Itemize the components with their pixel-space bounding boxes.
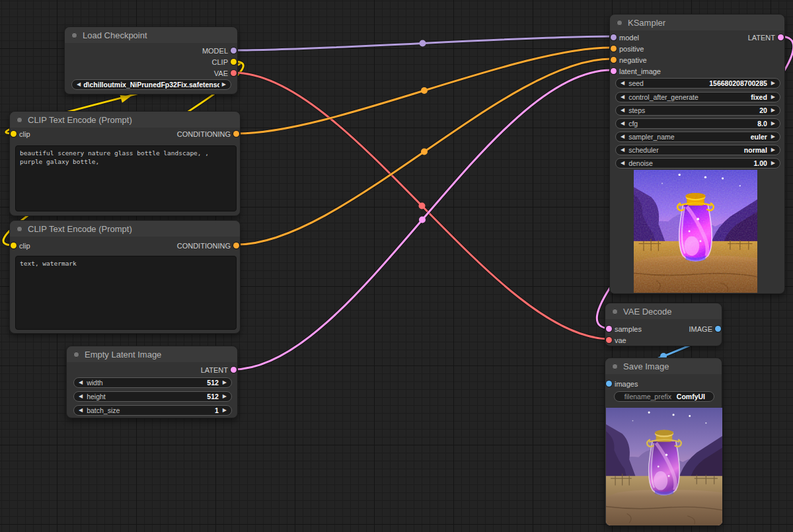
wire-midpoint-dot[interactable] xyxy=(421,149,428,155)
stepper-left-icon[interactable]: ◀ xyxy=(621,95,624,100)
stepper-left-icon[interactable]: ◀ xyxy=(621,134,624,139)
slot-dot-clip[interactable] xyxy=(11,131,17,137)
stepper-left-icon[interactable]: ◀ xyxy=(79,408,83,413)
filename-prefix-field[interactable]: filename_prefix ComfyUI xyxy=(614,391,714,402)
widget-label: cfg xyxy=(628,120,753,128)
collapse-dot-icon[interactable] xyxy=(617,20,623,26)
seed-stepper[interactable]: ◀ seed 156680208700285 ▶ xyxy=(615,78,780,89)
stepper-left-icon[interactable]: ◀ xyxy=(77,82,81,87)
stepper-right-icon[interactable]: ▶ xyxy=(771,95,775,100)
output-slot-model[interactable]: MODEL xyxy=(202,46,237,56)
output-slot-conditioning[interactable]: CONDITIONING xyxy=(177,241,240,250)
node-load-checkpoint[interactable]: Load Checkpoint MODEL CLIP VAE ◀ d\chill… xyxy=(64,26,238,95)
slot-dot-model[interactable] xyxy=(231,48,237,54)
node-titlebar[interactable]: Load Checkpoint xyxy=(65,27,237,43)
output-slot-conditioning[interactable]: CONDITIONING xyxy=(177,130,240,139)
widget-label: width xyxy=(87,379,203,387)
slot-dot-conditioning[interactable] xyxy=(611,57,617,63)
node-vae-decode[interactable]: VAE Decode samples vae IMAGE xyxy=(605,303,722,346)
slot-dot-image[interactable] xyxy=(715,326,721,332)
stepper-right-icon[interactable]: ▶ xyxy=(223,408,227,413)
slot-dot-latent[interactable] xyxy=(778,34,784,40)
input-slot-negative[interactable]: negative xyxy=(610,56,647,65)
output-slot-vae[interactable]: VAE xyxy=(214,69,237,78)
stepper-right-icon[interactable]: ▶ xyxy=(223,380,227,385)
output-slot-clip[interactable]: CLIP xyxy=(212,57,237,67)
stepper-left-icon[interactable]: ◀ xyxy=(621,121,624,126)
ckpt-name-combo[interactable]: ◀ d\chilloutmix_NiPrunedFp32Fix.safetens… xyxy=(71,79,231,90)
slot-label: negative xyxy=(619,56,647,64)
node-titlebar[interactable]: VAE Decode xyxy=(605,303,722,319)
output-slot-image[interactable]: IMAGE xyxy=(689,324,722,334)
node-titlebar[interactable]: Empty Latent Image xyxy=(67,346,237,362)
input-slot-model[interactable]: model xyxy=(610,33,639,42)
stepper-right-icon[interactable]: ▶ xyxy=(771,121,775,126)
input-slot-latent-image[interactable]: latent_image xyxy=(610,67,661,76)
slot-dot-conditioning[interactable] xyxy=(233,131,239,137)
output-slot-latent[interactable]: LATENT xyxy=(748,33,784,42)
input-slot-clip[interactable]: clip xyxy=(10,241,30,250)
input-slot-clip[interactable]: clip xyxy=(10,130,30,139)
batch-size-stepper[interactable]: ◀ batch_size 1 ▶ xyxy=(73,405,232,416)
slot-dot-vae[interactable] xyxy=(606,337,612,343)
input-slot-positive[interactable]: positive xyxy=(610,44,644,54)
slot-dot-clip[interactable] xyxy=(11,243,17,248)
cfg-stepper[interactable]: ◀ cfg 8.0 ▶ xyxy=(615,118,780,129)
node-titlebar[interactable]: KSampler xyxy=(610,15,784,30)
wire-midpoint-dot[interactable] xyxy=(421,87,428,94)
node-save-image[interactable]: Save Image images filename_prefix ComfyU… xyxy=(605,358,722,526)
input-slot-vae[interactable]: vae xyxy=(605,336,626,345)
stepper-right-icon[interactable]: ▶ xyxy=(771,134,775,139)
node-clip-text-encode-negative[interactable]: CLIP Text Encode (Prompt) clip CONDITION… xyxy=(9,220,241,334)
slot-dot-latent[interactable] xyxy=(611,68,617,74)
slot-dot-conditioning[interactable] xyxy=(233,243,239,248)
steps-stepper[interactable]: ◀ steps 20 ▶ xyxy=(615,105,780,116)
stepper-left-icon[interactable]: ◀ xyxy=(621,108,624,113)
slot-dot-model[interactable] xyxy=(611,34,617,40)
slot-dot-latent[interactable] xyxy=(231,367,237,373)
slot-dot-image[interactable] xyxy=(606,381,612,387)
slot-dot-clip[interactable] xyxy=(231,59,237,65)
collapse-dot-icon[interactable] xyxy=(612,363,618,369)
collapse-dot-icon[interactable] xyxy=(17,226,22,232)
comfyui-canvas[interactable]: { "colors":{ "MODEL":"#B39DDB","CLIP":"#… xyxy=(0,0,793,532)
stepper-right-icon[interactable]: ▶ xyxy=(771,147,775,153)
stepper-right-icon[interactable]: ▶ xyxy=(771,81,775,86)
sampler-name-combo[interactable]: ◀ sampler_name euler ▶ xyxy=(615,132,780,142)
wire-midpoint-dot[interactable] xyxy=(419,216,426,223)
width-stepper[interactable]: ◀ width 512 ▶ xyxy=(73,377,232,388)
height-stepper[interactable]: ◀ height 512 ▶ xyxy=(73,391,232,402)
node-titlebar[interactable]: Save Image xyxy=(605,358,722,374)
wire-midpoint-dot[interactable] xyxy=(420,40,426,47)
stepper-right-icon[interactable]: ▶ xyxy=(222,82,226,87)
stepper-left-icon[interactable]: ◀ xyxy=(79,394,83,399)
stepper-right-icon[interactable]: ▶ xyxy=(771,161,775,166)
input-slot-images[interactable]: images xyxy=(605,379,638,389)
slot-dot-conditioning[interactable] xyxy=(611,46,617,52)
collapse-dot-icon[interactable] xyxy=(17,117,22,123)
prompt-textarea[interactable]: beautiful scenery nature glass bottle la… xyxy=(15,145,237,211)
stepper-left-icon[interactable]: ◀ xyxy=(621,81,624,86)
denoise-stepper[interactable]: ◀ denoise 1.00 ▶ xyxy=(615,158,780,169)
slot-dot-vae[interactable] xyxy=(231,70,237,76)
stepper-left-icon[interactable]: ◀ xyxy=(79,380,83,385)
stepper-right-icon[interactable]: ▶ xyxy=(223,394,227,399)
output-slot-latent[interactable]: LATENT xyxy=(201,365,237,375)
collapse-dot-icon[interactable] xyxy=(73,352,79,358)
prompt-textarea[interactable]: text, watermark xyxy=(15,256,237,330)
stepper-left-icon[interactable]: ◀ xyxy=(621,147,624,153)
input-slot-samples[interactable]: samples xyxy=(605,324,642,334)
node-ksampler[interactable]: KSampler model positive negative latent_… xyxy=(609,14,785,294)
stepper-right-icon[interactable]: ▶ xyxy=(771,108,775,113)
node-clip-text-encode-positive[interactable]: CLIP Text Encode (Prompt) clip CONDITION… xyxy=(9,111,241,216)
node-empty-latent-image[interactable]: Empty Latent Image LATENT ◀ width 512 ▶ … xyxy=(66,346,238,418)
wire-midpoint-dot[interactable] xyxy=(419,202,426,209)
slot-dot-latent[interactable] xyxy=(606,326,612,332)
node-titlebar[interactable]: CLIP Text Encode (Prompt) xyxy=(10,112,240,128)
control-after-generate-combo[interactable]: ◀ control_after_generate fixed ▶ xyxy=(615,92,780,102)
stepper-left-icon[interactable]: ◀ xyxy=(621,161,624,166)
collapse-dot-icon[interactable] xyxy=(71,32,77,38)
scheduler-combo[interactable]: ◀ scheduler normal ▶ xyxy=(615,145,780,155)
node-titlebar[interactable]: CLIP Text Encode (Prompt) xyxy=(10,221,240,237)
collapse-dot-icon[interactable] xyxy=(612,309,618,315)
